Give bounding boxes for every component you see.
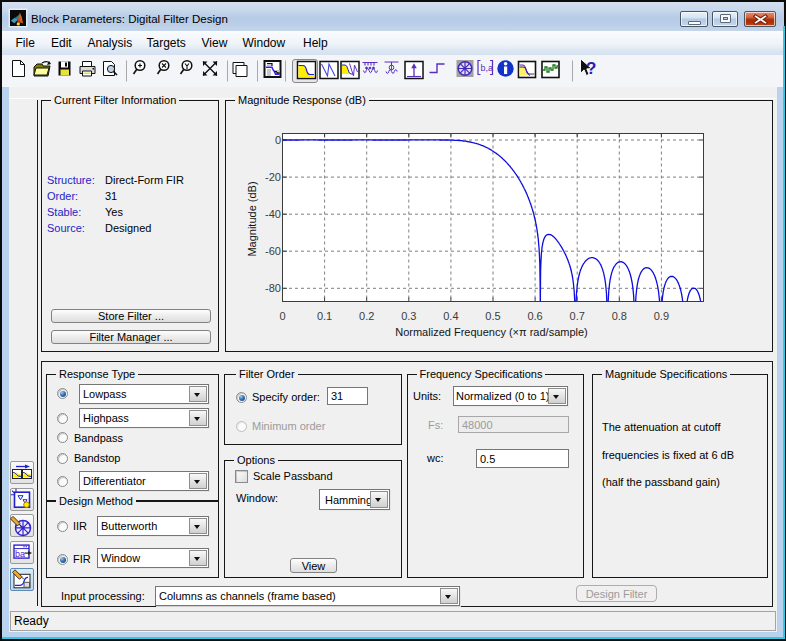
- svg-text:0.4: 0.4: [443, 310, 458, 322]
- svg-text:0.8: 0.8: [612, 310, 627, 322]
- svg-text:?: ?: [586, 59, 596, 78]
- svg-text:ba: ba: [15, 549, 25, 559]
- svg-text:0.6: 0.6: [527, 310, 542, 322]
- svg-text:0: 0: [279, 310, 285, 322]
- svg-text:-80: -80: [265, 282, 281, 294]
- svg-text:-60: -60: [265, 245, 281, 257]
- svg-text:0.1: 0.1: [317, 310, 332, 322]
- svg-text:Normalized Frequency (×π rad/s: Normalized Frequency (×π rad/sample): [395, 326, 588, 338]
- svg-text:0.7: 0.7: [570, 310, 585, 322]
- svg-text:b,a: b,a: [481, 63, 494, 73]
- svg-text:0.2: 0.2: [359, 310, 374, 322]
- svg-text:Magnitude (dB): Magnitude (dB): [246, 181, 258, 256]
- svg-text:0: 0: [275, 134, 281, 146]
- svg-text:0.9: 0.9: [654, 310, 669, 322]
- svg-text:-40: -40: [265, 208, 281, 220]
- svg-text:0.3: 0.3: [401, 310, 416, 322]
- svg-text:0.5: 0.5: [485, 310, 500, 322]
- svg-text:-20: -20: [265, 171, 281, 183]
